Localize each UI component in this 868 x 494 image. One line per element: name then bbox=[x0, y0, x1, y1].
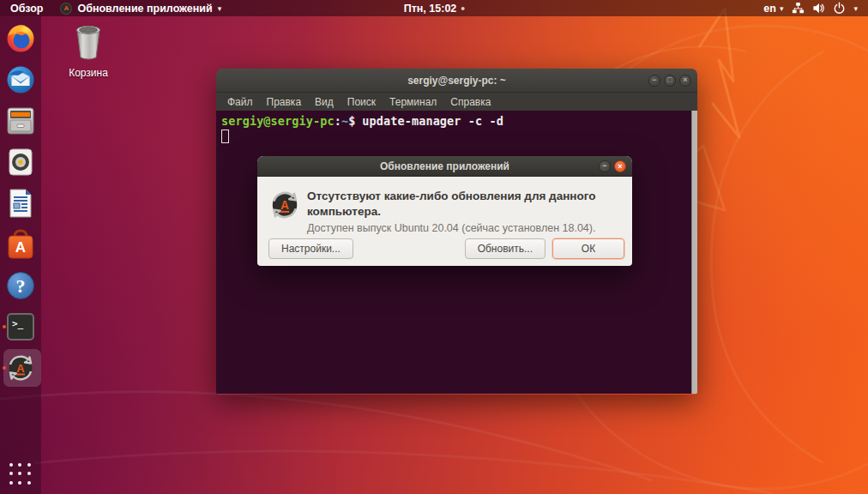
prompt-path: ~ bbox=[341, 114, 348, 128]
settings-button[interactable]: Настройки... bbox=[268, 238, 353, 259]
trash-label: Корзина bbox=[62, 67, 115, 79]
sidebar-item-firefox[interactable] bbox=[2, 23, 39, 54]
window-title: sergiy@sergiy-pc: ~ bbox=[407, 75, 506, 87]
dialog-detail: Доступен выпуск Ubuntu 20.04 (сейчас уст… bbox=[307, 222, 621, 234]
sidebar-item-libreoffice-writer[interactable] bbox=[2, 188, 39, 219]
sidebar-item-thunderbird[interactable] bbox=[2, 64, 39, 95]
app-menu-button[interactable]: A Обновление приложений ▾ bbox=[53, 0, 228, 16]
system-menu-button[interactable]: ▾ bbox=[792, 2, 858, 15]
terminal-icon: >_ bbox=[6, 312, 35, 341]
dialog-button-row: Настройки... Обновить... ОК bbox=[268, 238, 624, 259]
terminal-menubar: Файл Правка Вид Поиск Терминал Справка bbox=[216, 93, 697, 111]
minimize-button[interactable]: − bbox=[599, 160, 611, 172]
dialog-titlebar[interactable]: Обновление приложений − × bbox=[257, 156, 632, 177]
menu-terminal[interactable]: Терминал bbox=[383, 96, 443, 108]
maximize-button[interactable]: □ bbox=[664, 75, 676, 87]
clock-button[interactable]: Птн, 15:02 bbox=[397, 0, 472, 16]
keyboard-layout-label: en bbox=[763, 3, 776, 15]
sidebar-item-ubuntu-software[interactable]: A bbox=[2, 229, 39, 260]
svg-text:A: A bbox=[280, 199, 289, 212]
menu-search[interactable]: Поиск bbox=[341, 96, 383, 108]
terminal-prompt-line: sergiy@sergiy-pc:~$update-manager -c -d bbox=[221, 114, 692, 129]
updater-letter: A bbox=[16, 362, 25, 375]
chevron-down-icon: ▾ bbox=[780, 4, 784, 13]
trash-icon bbox=[71, 22, 105, 62]
activities-label: Обзор bbox=[10, 3, 43, 15]
software-letter: A bbox=[15, 239, 26, 256]
terminal-cursor bbox=[221, 130, 229, 143]
show-applications-button[interactable] bbox=[8, 461, 33, 487]
minimize-button[interactable]: − bbox=[648, 75, 660, 87]
upgrade-button[interactable]: Обновить... bbox=[465, 238, 546, 259]
menu-file[interactable]: Файл bbox=[220, 96, 260, 108]
software-updater-dialog: Обновление приложений − × A Отсутствуют … bbox=[257, 156, 632, 266]
volume-icon bbox=[812, 2, 825, 15]
terminal-titlebar[interactable]: sergiy@sergiy-pc: ~ − □ × bbox=[216, 69, 697, 93]
clock-label: Птн, 15:02 bbox=[404, 3, 457, 15]
chevron-down-icon: ▾ bbox=[218, 4, 222, 13]
software-updater-icon: A bbox=[60, 3, 72, 15]
top-bar: Обзор A Обновление приложений ▾ Птн, 15:… bbox=[0, 0, 868, 16]
keyboard-layout-button[interactable]: en ▾ bbox=[763, 3, 783, 15]
dock: A ? >_ A bbox=[0, 16, 41, 494]
sidebar-item-help[interactable]: ? bbox=[2, 270, 39, 301]
terminal-prompt-glyph: >_ bbox=[12, 318, 24, 329]
close-button[interactable]: × bbox=[614, 160, 626, 172]
terminal-scrollbar[interactable] bbox=[691, 111, 697, 394]
files-icon bbox=[5, 105, 36, 136]
network-wired-icon bbox=[792, 2, 805, 15]
sidebar-item-rhythmbox[interactable] bbox=[2, 147, 39, 178]
terminal-command: update-manager -c -d bbox=[362, 114, 503, 128]
dialog-heading: Отсутствуют какие-либо обновления для да… bbox=[307, 189, 621, 220]
prompt-user-host: sergiy@sergiy-pc bbox=[221, 114, 335, 128]
sidebar-item-terminal[interactable]: >_ bbox=[2, 311, 39, 342]
sidebar-item-software-updater[interactable]: A bbox=[2, 352, 39, 383]
software-updater-icon: A bbox=[268, 189, 301, 221]
software-updater-icon: A bbox=[5, 352, 36, 383]
menu-view[interactable]: Вид bbox=[308, 96, 341, 108]
activities-button[interactable]: Обзор bbox=[0, 0, 53, 16]
dialog-title: Обновление приложений bbox=[380, 160, 509, 172]
rhythmbox-icon bbox=[5, 147, 36, 178]
writer-icon bbox=[5, 188, 36, 219]
ubuntu-software-icon: A bbox=[5, 229, 36, 260]
firefox-icon bbox=[5, 23, 36, 54]
app-menu-label: Обновление приложений bbox=[77, 3, 212, 15]
power-icon bbox=[833, 2, 846, 15]
close-button[interactable]: × bbox=[679, 75, 691, 87]
menu-edit[interactable]: Правка bbox=[260, 96, 309, 108]
help-question-glyph: ? bbox=[16, 275, 26, 297]
menu-help[interactable]: Справка bbox=[443, 96, 497, 108]
chevron-down-icon: ▾ bbox=[853, 4, 858, 13]
ok-button[interactable]: ОК bbox=[552, 238, 624, 259]
help-icon: ? bbox=[5, 270, 36, 301]
sidebar-item-files[interactable] bbox=[2, 105, 39, 136]
trash-desktop-icon[interactable]: Корзина bbox=[62, 22, 115, 79]
thunderbird-icon bbox=[5, 64, 36, 95]
dialog-content: A Отсутствуют какие-либо обновления для … bbox=[257, 177, 632, 266]
notification-dot bbox=[461, 7, 464, 10]
